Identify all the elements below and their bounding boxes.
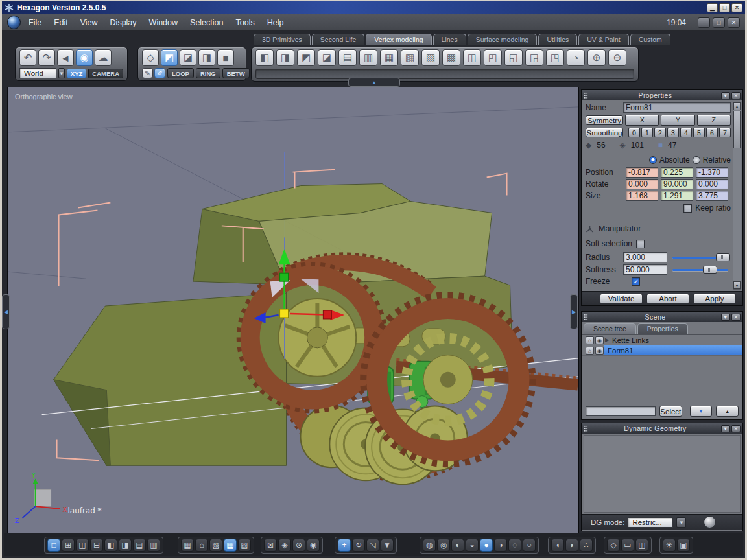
title-bar[interactable]: Hexagon Version 2.5.0.5 ▁ □ ✕: [2, 1, 745, 14]
position-x-input[interactable]: [626, 167, 658, 178]
scene-filter-input[interactable]: [586, 406, 656, 416]
panel-menu-icon[interactable]: ▼: [721, 92, 730, 99]
add-points-tool-icon[interactable]: ⊕: [587, 49, 606, 66]
lock-toggle-icon[interactable]: ⌂: [586, 347, 594, 355]
snapshot-camera-icon[interactable]: ▣: [677, 539, 690, 552]
center-selection-icon[interactable]: ◈: [278, 539, 291, 552]
softness-input[interactable]: [623, 264, 667, 275]
radius-slider[interactable]: [672, 253, 731, 262]
dg-mode-dropdown-arrow-icon[interactable]: ▼: [676, 517, 686, 528]
grid-z-plane-icon[interactable]: ▨: [238, 539, 251, 552]
menu-item-tools[interactable]: Tools: [235, 18, 254, 27]
tab-scene-tree[interactable]: Scene tree: [584, 323, 636, 334]
matcap-cylinder-icon[interactable]: ▭: [621, 539, 634, 552]
menu-item-edit[interactable]: Edit: [54, 18, 68, 27]
panel-close-icon[interactable]: ✕: [731, 425, 741, 432]
tessellate-tool-icon[interactable]: ◫: [463, 49, 481, 66]
pen-plus-icon[interactable]: ✐: [154, 68, 165, 78]
scene-canvas[interactable]: Y X Z laufrad *: [8, 88, 578, 533]
layout-three-top-icon[interactable]: ⊟: [90, 539, 103, 552]
soft-selection-checkbox[interactable]: [636, 240, 645, 248]
smoothing-level-3[interactable]: 3: [667, 128, 679, 137]
smoothing-level-0[interactable]: 0: [628, 128, 640, 137]
visibility-eye-icon[interactable]: ◉: [595, 336, 604, 344]
loop-select-button[interactable]: LOOP: [167, 68, 194, 78]
tab-lines[interactable]: Lines: [433, 34, 466, 45]
scene-item-label[interactable]: Form81: [608, 347, 634, 355]
panel-drag-grip[interactable]: [584, 425, 588, 432]
wireframe-sphere-icon[interactable]: ◍: [423, 539, 436, 552]
top-drawer-handle[interactable]: ▲: [348, 78, 400, 87]
grid-lock-icon[interactable]: ⌂: [195, 539, 208, 552]
manipulator-y-handle[interactable]: [280, 273, 289, 281]
panel-drag-grip[interactable]: [584, 314, 588, 321]
scene-panel-header[interactable]: Scene ▼ ✕: [582, 312, 742, 322]
flat-shading-icon[interactable]: ◐: [451, 539, 464, 552]
properties-panel-header[interactable]: Properties ▼ ✕: [582, 90, 742, 100]
select-button[interactable]: Select: [659, 406, 682, 417]
rotate-y-input[interactable]: [661, 179, 693, 189]
right-drawer-handle[interactable]: ▶: [570, 294, 578, 329]
world-space-dropdown[interactable]: World: [19, 68, 56, 78]
freeze-checkbox[interactable]: ✓: [632, 277, 640, 286]
scroll-down-icon[interactable]: ▼: [733, 281, 741, 289]
stretch-tool-icon[interactable]: ◲: [525, 49, 543, 66]
menu-item-view[interactable]: View: [80, 18, 98, 27]
camera-toggle[interactable]: CAMERA: [88, 69, 123, 78]
smooth-wire-icon[interactable]: ◑: [494, 539, 507, 552]
tab-scene-properties[interactable]: Properties: [637, 323, 688, 334]
size-x-input[interactable]: [626, 191, 658, 201]
app-close-icon[interactable]: ✕: [728, 18, 740, 28]
relative-radio[interactable]: [693, 156, 700, 164]
viewport-3d[interactable]: Orthographic view: [7, 87, 579, 534]
panel-menu-icon[interactable]: ▼: [721, 425, 730, 432]
symmetry-axis-z[interactable]: Z: [697, 115, 731, 126]
smoothing-level-6[interactable]: 6: [706, 128, 718, 137]
panel-drag-grip[interactable]: [584, 92, 588, 99]
examine-view-icon[interactable]: ◉: [307, 539, 320, 552]
smoothing-level-7[interactable]: 7: [719, 128, 731, 137]
scene-tree-row-selected[interactable]: ⌂◉ Form81: [582, 345, 742, 356]
round-edges-tool-icon[interactable]: ◩: [297, 49, 315, 66]
move-up-icon[interactable]: ▲: [716, 406, 739, 417]
thickness-tool-icon[interactable]: ◱: [504, 49, 523, 66]
panel-close-icon[interactable]: ✕: [731, 92, 741, 99]
zoom-region-icon[interactable]: ⊙: [292, 539, 305, 552]
expand-arrow-icon[interactable]: ▶: [604, 337, 610, 343]
face-select-icon[interactable]: ◨: [198, 49, 215, 66]
scroll-thumb[interactable]: [733, 111, 741, 148]
tab-utilities[interactable]: Utilities: [538, 34, 577, 45]
sweep-tool-icon[interactable]: ▧: [401, 49, 419, 66]
dg-mode-dropdown[interactable]: Restric...: [628, 517, 673, 528]
dynamic-geometry-panel-header[interactable]: Dynamic Geometry ▼ ✕: [582, 423, 742, 434]
between-select-button[interactable]: BETW: [222, 68, 250, 78]
offset-tool-icon[interactable]: ◔: [567, 49, 585, 66]
sphere-visibility-icon[interactable]: ◉: [76, 49, 93, 66]
layout-split-right-icon[interactable]: ◨: [119, 539, 132, 552]
window-maximize-icon[interactable]: □: [719, 3, 730, 12]
softness-slider[interactable]: [672, 265, 731, 274]
lock-toggle-icon[interactable]: ⌂: [586, 336, 594, 344]
move-down-icon[interactable]: ▼: [690, 406, 713, 417]
hidden-line-sphere-icon[interactable]: ◎: [437, 539, 450, 552]
menu-item-help[interactable]: Help: [267, 18, 284, 27]
position-y-input[interactable]: [661, 167, 693, 178]
weld-points-tool-icon[interactable]: ▩: [442, 49, 460, 66]
smoothing-level-2[interactable]: 2: [654, 128, 666, 137]
tab-second-life[interactable]: Second Life: [312, 34, 364, 45]
app-restore-icon[interactable]: □: [713, 18, 725, 28]
rotate-x-input[interactable]: [626, 179, 658, 189]
redo-icon[interactable]: ↷: [38, 49, 55, 66]
smoothing-button[interactable]: Smoothing: [586, 128, 623, 137]
scroll-up-icon[interactable]: ▲: [733, 102, 741, 110]
menu-item-window[interactable]: Window: [149, 18, 178, 27]
grid-y-plane-icon[interactable]: ▦: [224, 539, 237, 552]
translate-manipulator-icon[interactable]: +: [338, 539, 351, 552]
symmetry-button[interactable]: Symmetry: [586, 115, 623, 125]
size-y-input[interactable]: [661, 191, 693, 201]
vertex-select-icon[interactable]: ◩: [161, 49, 178, 66]
name-input[interactable]: [623, 102, 731, 113]
scale-manipulator-icon[interactable]: ◹: [366, 539, 379, 552]
fit-view-icon[interactable]: ⊠: [264, 539, 277, 552]
extract-face-tool-icon[interactable]: ◪: [318, 49, 336, 66]
